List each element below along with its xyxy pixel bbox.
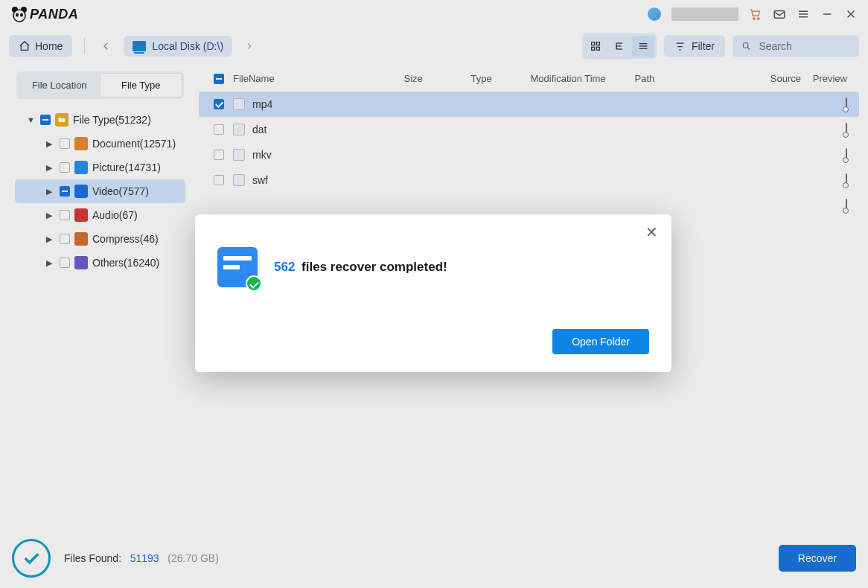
tree: ▼ File Type(51232) ▶ Document(12571) ▶ P… [9, 106, 191, 276]
tab-file-location[interactable]: File Location [19, 74, 100, 97]
app-logo: PANDA [10, 5, 78, 23]
svg-point-25 [743, 43, 748, 48]
file-name: mkv [252, 149, 272, 161]
table-row[interactable]: mkv [199, 142, 859, 167]
checkbox[interactable] [60, 162, 70, 173]
caret-right-icon: ▶ [46, 187, 55, 196]
tree-item[interactable]: ▶ Video(7577) [15, 179, 185, 203]
header-type[interactable]: Type [471, 73, 531, 84]
tree-root[interactable]: ▼ File Type(51232) [15, 108, 185, 132]
header-filename[interactable]: FileName [233, 73, 404, 84]
search-input[interactable] [759, 40, 850, 52]
close-icon[interactable] [844, 7, 858, 21]
svg-point-3 [16, 13, 19, 17]
row-checkbox[interactable] [214, 150, 224, 160]
dialog-message: 562 files recover completed! [274, 260, 447, 275]
tree-item[interactable]: ▶ Compress(46) [15, 227, 185, 251]
document-icon [217, 247, 258, 287]
tree-item-label: Document(12571) [92, 138, 176, 150]
row-checkbox[interactable] [214, 124, 224, 135]
row-checkbox[interactable] [214, 175, 224, 185]
footer-label: Files Found: [64, 552, 121, 564]
category-icon [74, 137, 88, 150]
preview-icon[interactable] [846, 98, 847, 111]
dialog-close-button[interactable]: ✕ [645, 225, 658, 240]
list-view-button[interactable] [632, 36, 654, 57]
search-field[interactable] [733, 35, 859, 57]
obscured-label [671, 7, 738, 21]
tree-root-label: File Type(51232) [73, 114, 151, 126]
footer-text: Files Found: 51193 (26.70 GB) [64, 552, 219, 564]
tree-item-label: Compress(46) [92, 233, 159, 245]
checkbox[interactable] [60, 258, 70, 268]
header-size[interactable]: Size [404, 73, 471, 84]
filter-button[interactable]: Filter [664, 35, 725, 57]
mail-icon[interactable] [773, 7, 786, 21]
file-name: swf [252, 174, 268, 186]
file-icon [233, 124, 245, 135]
caret-down-icon: ▼ [27, 115, 36, 124]
footer-size: (26.70 GB) [167, 552, 218, 564]
table-row[interactable]: dat [199, 117, 859, 142]
file-icon [233, 98, 245, 110]
row-checkbox[interactable] [214, 99, 224, 109]
globe-icon[interactable] [648, 7, 661, 21]
checkbox[interactable] [60, 210, 70, 220]
open-folder-button[interactable]: Open Folder [552, 329, 649, 354]
tab-file-type[interactable]: File Type [100, 74, 182, 97]
category-icon [74, 161, 88, 174]
tree-item[interactable]: ▶ Audio(67) [15, 203, 185, 227]
caret-right-icon: ▶ [46, 234, 55, 244]
preview-icon[interactable] [846, 123, 847, 136]
panda-icon [10, 5, 28, 23]
checkbox[interactable] [40, 115, 51, 125]
tree-item-label: Video(7577) [92, 185, 149, 197]
header-source[interactable]: Source [741, 73, 801, 84]
svg-rect-16 [592, 47, 595, 50]
titlebar: PANDA [0, 0, 868, 28]
hamburger-icon[interactable] [797, 7, 810, 21]
tree-item[interactable]: ▶ Picture(14731) [15, 156, 185, 179]
sidebar: File Location File Type ▼ File Type(5123… [9, 65, 191, 530]
svg-line-26 [747, 48, 750, 50]
preview-icon[interactable] [846, 173, 847, 187]
header-path[interactable]: Path [635, 73, 741, 84]
tree-item-label: Picture(14731) [92, 162, 161, 173]
chevron-right-icon [244, 41, 255, 51]
minimize-icon[interactable] [820, 7, 834, 21]
breadcrumb-disk[interactable]: Local Disk (D:\) [124, 36, 232, 57]
header-modtime[interactable]: Modification Time [531, 73, 635, 84]
table-row[interactable]: swf [199, 167, 859, 193]
back-button[interactable] [97, 36, 116, 56]
cart-icon[interactable] [749, 7, 762, 21]
footer: Files Found: 51193 (26.70 GB) Recover [0, 528, 868, 588]
svg-rect-7 [774, 11, 785, 19]
search-icon [741, 40, 751, 52]
tree-view-button[interactable] [608, 36, 631, 57]
app-brand: PANDA [30, 7, 78, 22]
table-row[interactable]: mp4 [199, 92, 859, 117]
grid-view-button[interactable] [584, 36, 607, 57]
header-preview[interactable]: Preview [801, 73, 853, 84]
tree-item[interactable]: ▶ Document(12571) [15, 132, 185, 156]
select-all-checkbox[interactable] [214, 74, 224, 84]
checkbox[interactable] [60, 234, 70, 244]
home-label: Home [35, 40, 63, 52]
folder-icon [55, 113, 68, 127]
tree-item-label: Audio(67) [92, 209, 138, 221]
preview-icon[interactable] [846, 199, 847, 212]
checkbox[interactable] [60, 138, 70, 149]
category-icon [74, 185, 88, 198]
recovered-count: 562 [274, 260, 295, 274]
home-button[interactable]: Home [9, 35, 72, 57]
caret-right-icon: ▶ [46, 139, 55, 149]
recovery-complete-dialog: ✕ 562 files recover completed! Open Fold… [195, 214, 671, 372]
checkbox[interactable] [60, 186, 70, 196]
preview-icon[interactable] [846, 148, 847, 162]
recover-button[interactable]: Recover [779, 545, 856, 572]
tree-item[interactable]: ▶ Others(16240) [15, 251, 185, 275]
file-icon [233, 174, 245, 186]
recovered-message: files recover completed! [301, 260, 447, 274]
sidebar-tabs: File Location File Type [16, 71, 184, 99]
caret-right-icon: ▶ [46, 163, 55, 173]
